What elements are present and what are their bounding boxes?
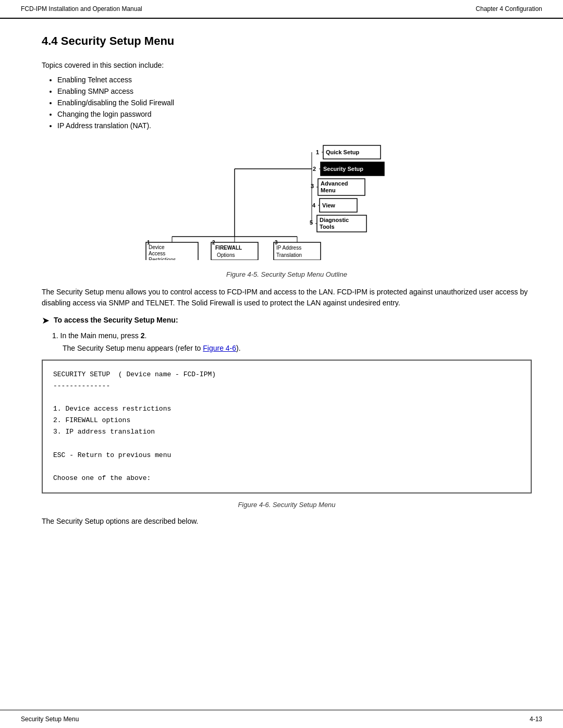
svg-text:Access: Access — [149, 251, 165, 256]
diagram-svg: Quick Setup 1 Security Setup 2 Advanced … — [130, 140, 443, 260]
page-header: FCD-IPM Installation and Operation Manua… — [0, 0, 563, 19]
code-block: SECURITY SETUP ( Device name - FCD-IPM) … — [42, 360, 532, 493]
svg-text:Restrictions: Restrictions — [149, 257, 176, 260]
bullet-item: Enabling/disabling the Solid Firewall — [57, 98, 532, 107]
svg-text:IP Address: IP Address — [276, 245, 301, 251]
svg-text:3: 3 — [275, 240, 278, 245]
bullet-item: Enabling SMNP access — [57, 87, 532, 95]
svg-text:Device: Device — [149, 244, 165, 250]
page-footer: Security Setup Menu 4-13 — [0, 710, 563, 728]
intro-text: Topics covered in this section include: — [42, 61, 532, 69]
header-left: FCD-IPM Installation and Operation Manua… — [21, 5, 142, 13]
svg-text:4: 4 — [312, 202, 316, 208]
footer-right: 4-13 — [530, 715, 542, 723]
step-1-sub: The Security Setup menu appears (refer t… — [63, 344, 532, 352]
body-text: The Security Setup menu allows you to co… — [42, 287, 532, 309]
bullet-list: Enabling Telnet access Enabling SMNP acc… — [57, 76, 532, 130]
header-right: Chapter 4 Configuration — [476, 5, 542, 13]
svg-text:Advanced: Advanced — [321, 180, 348, 187]
footer-left: Security Setup Menu — [21, 715, 79, 723]
svg-text:Menu: Menu — [321, 187, 336, 193]
svg-text:View: View — [322, 202, 335, 208]
figure2-caption: Figure 4-6. Security Setup Menu — [42, 501, 532, 509]
figure-link[interactable]: Figure 4-6 — [203, 344, 236, 352]
svg-text:2: 2 — [212, 240, 215, 245]
svg-text:Quick Setup: Quick Setup — [326, 149, 359, 155]
svg-text:Translation: Translation — [276, 252, 302, 258]
svg-text:FIREWALL: FIREWALL — [215, 245, 242, 251]
bullet-item: Changing the login password — [57, 110, 532, 118]
section-title: 4.4 Security Setup Menu — [42, 34, 532, 51]
svg-text:1: 1 — [316, 149, 319, 155]
svg-text:5: 5 — [310, 219, 313, 226]
step-1: 1. In the Main menu, press 2. — [52, 331, 532, 340]
svg-text:Security Setup: Security Setup — [323, 166, 363, 172]
svg-text:3: 3 — [311, 183, 314, 189]
svg-text:Diagnostic: Diagnostic — [320, 217, 349, 223]
svg-text:2: 2 — [313, 166, 316, 172]
arrow-icon: ➤ — [42, 315, 50, 326]
instruction-header: To access the Security Setup Menu: — [54, 316, 178, 324]
bullet-item: Enabling Telnet access — [57, 76, 532, 84]
svg-text:Tools: Tools — [320, 224, 335, 230]
diagram-container: Quick Setup 1 Security Setup 2 Advanced … — [42, 140, 532, 260]
diagram-caption: Figure 4-5. Security Setup Menu Outline — [42, 270, 532, 278]
instruction-block: ➤ To access the Security Setup Menu: — [42, 316, 532, 326]
svg-text:Options: Options — [217, 252, 235, 258]
svg-text:1: 1 — [147, 240, 150, 245]
closing-text: The Security Setup options are described… — [42, 517, 532, 525]
bullet-item: IP Address translation (NAT). — [57, 121, 532, 130]
